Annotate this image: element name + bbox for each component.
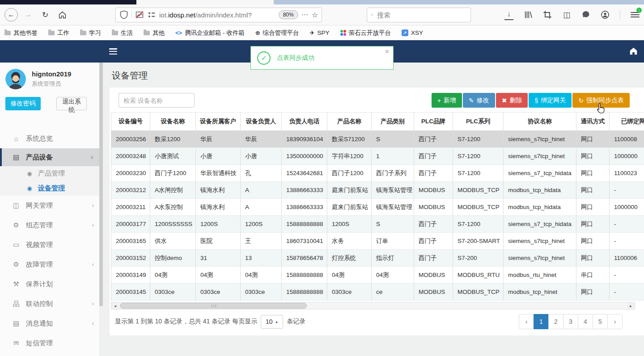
column-header-3[interactable]: 设备负责人 [241,113,282,131]
zoom-level-badge[interactable]: 80% [279,10,298,19]
close-icon[interactable]: × [385,48,389,56]
cell: 孔 [241,165,282,182]
change-password-button[interactable]: 修改密码 [5,97,41,110]
bind-gateway-button[interactable]: §绑定网关 [529,93,572,108]
sidebar-scrollbar[interactable] [99,63,103,356]
bookmark-ys7-open[interactable]: 萤石云开放平台 [340,29,391,37]
column-header-2[interactable]: 设备所属客户 [196,113,241,131]
sidebar-item-fault-mgmt[interactable]: ⚙故障管理‹ [0,255,103,274]
bookmark-mgmt-platform[interactable]: ⊕综合管理平台 [255,29,299,37]
column-header-6[interactable]: 产品类别 [372,113,414,131]
bookmark-tencent-mail[interactable]: <>腾讯企业邮箱 - 收件箱 [175,29,245,37]
table-row[interactable]: 2000031771200SSSSSS1200S1200S15888888888… [111,216,644,233]
images-blocked-icon[interactable] [135,10,144,19]
bookmark-misc[interactable]: 其他 [144,29,165,37]
menu-icon[interactable]: ↑ [631,10,640,19]
sidebar-item-overview[interactable]: ⌂系统总览 [0,129,103,148]
sidebar-item-product-mgmt[interactable]: ◉产品管理 [0,166,103,181]
table-row[interactable]: 200003211A水泵控制镇海水利A13886663333庭来门前泵站镇海泵站… [111,199,644,216]
active-tab-sliver[interactable] [136,0,274,4]
sidebar-item-product-device[interactable]: ▤产品设备∨ [0,148,103,166]
page-size-select[interactable]: 10 ▲ [261,315,283,329]
sidebar-item-scada-mgmt[interactable]: ⚙组态管理‹ [0,215,103,235]
downloads-icon[interactable]: ↓ [504,10,513,20]
sidebar-item-linkage-control[interactable]: 品联动控制‹ [0,294,103,314]
url-text[interactable]: iot.idosp.net/admin/index.html? [159,11,252,19]
bookmark-xsy[interactable]: ↗XSY [402,29,423,36]
home-button[interactable] [55,8,69,21]
column-header-8[interactable]: PLC系列 [453,113,504,131]
cell: 200003230 [111,165,150,182]
table-row[interactable]: 200003152控制demo311315878656478灯控系统指示灯西门子… [111,250,644,267]
page-button-5[interactable]: 5 [593,314,608,329]
sidebar-item-message-notify[interactable]: ▤消息通知‹ [0,314,103,333]
bookmark-study[interactable]: 学习 [80,29,101,37]
cell: modbus_tcp_hidata [504,199,576,216]
page-button-1[interactable]: 1 [534,314,549,329]
column-header-0[interactable]: 设备编号 [111,113,150,131]
edit-button[interactable]: ✎修改 [463,93,495,108]
sidebar-item-device-mgmt[interactable]: ◉设备管理 [0,181,103,196]
browser-search-input[interactable] [376,11,467,19]
page-button-2[interactable]: 2 [548,314,564,329]
screenshot-crop-icon[interactable] [543,10,552,19]
delete-button[interactable]: ✖删除 [496,93,528,108]
device-search-input[interactable] [119,93,195,108]
user-role: 系统管理员 [32,80,71,88]
sidebar-item-maintenance-plan[interactable]: ⚒保养计划 [0,274,103,294]
app-home-icon[interactable] [629,47,638,57]
button-label: 删除 [509,96,522,105]
back-button[interactable]: ← [4,8,18,21]
cell: 西门子 [414,233,453,250]
account-icon[interactable] [601,10,610,19]
sidebar-toggle-icon[interactable] [109,48,117,54]
page-button-3[interactable]: 3 [563,314,578,329]
scroll-right-arrow[interactable]: ▸ [627,302,635,309]
cell: 04测 [372,267,414,284]
column-header-1[interactable]: 设备名称 [150,113,196,131]
bookmark-other-bookmarks[interactable]: 其他书签 [4,29,38,37]
table-row[interactable]: 200003248小唐测试小唐小唐13500000000字符串12001西门子S… [111,148,644,165]
cell: 0303ce [150,284,196,301]
sidebars-icon[interactable]: ◫ [562,10,571,19]
url-bar[interactable]: iot.idosp.net/admin/index.html? 80% ⋯ ☆ [115,8,322,22]
column-header-4[interactable]: 负责人电话 [282,113,327,131]
page-actions-icon[interactable]: ⋯ [301,11,309,19]
table-row[interactable]: 20000314904测04测04测1588888888804测04测MODBU… [111,267,644,284]
permissions-icon[interactable] [147,10,156,19]
add-button[interactable]: +新增 [432,93,462,108]
page-button-prev[interactable]: ‹ [519,314,534,329]
table-row[interactable]: 2000031450303ce0303ce0303ce1588888888803… [111,284,644,301]
scrollbar-thumb[interactable] [120,303,307,309]
button-label: 新增 [444,96,456,105]
sidebar-item-gateway-mgmt[interactable]: ◫网关管理‹ [0,196,103,215]
pocket-chat-icon[interactable] [581,10,590,19]
page-button-next[interactable]: › [607,314,623,329]
sidebar-item-sms-mgmt[interactable]: ✉短信管理 [0,333,103,353]
reload-button[interactable]: ↻ [38,8,52,21]
page-button-4[interactable]: 4 [578,314,593,329]
scroll-left-arrow[interactable]: ◂ [111,302,119,309]
table-row[interactable]: 200003165供水医院王18607310041水务订单西门子S7-200-S… [111,233,644,250]
column-header-11[interactable]: 已绑定网关 [610,113,644,131]
library-icon[interactable] [524,10,533,19]
bookmark-spy[interactable]: ✈SPY [310,29,330,36]
table-row[interactable]: 200003256数采1200华辰华辰18390936104数采S71200S西… [111,131,644,148]
bookmark-life[interactable]: 生活 [112,29,133,37]
column-header-7[interactable]: PLC品牌 [414,113,453,131]
browser-search-bar[interactable] [367,8,471,22]
sidebar-item-video-mgmt[interactable]: ▭视频管理 [0,235,103,255]
column-header-5[interactable]: 产品名称 [327,113,372,131]
sidebar-item-screen-mgmt[interactable]: ▭大屏管理 [0,353,103,356]
horizontal-scrollbar[interactable]: ◂ ▸ [111,302,635,310]
page-size-value: 10 [266,318,273,325]
table-row[interactable]: 200003212A水闸控制镇海水利A13886663333庭来门前泵站镇海泵站… [111,182,644,199]
shield-icon[interactable] [119,10,128,19]
table-row[interactable]: 200003230西门子1200华辰智通科技孔15243642681西门子120… [111,165,644,182]
bookmark-work[interactable]: 工作 [48,29,69,37]
logout-button[interactable]: 退出系统 [56,97,87,110]
bookmark-star-icon[interactable]: ☆ [312,11,318,19]
sidebar-scrollbar-thumb[interactable] [99,63,103,306]
forward-button[interactable]: → [21,8,35,21]
column-header-9[interactable]: 协议名称 [504,113,576,131]
